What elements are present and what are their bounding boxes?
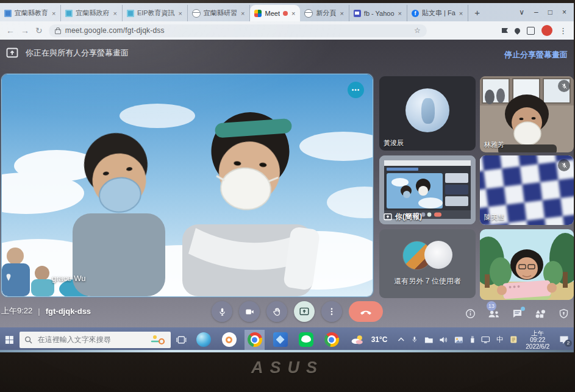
tab-yilan-education[interactable]: 宜蘭縣教育 × bbox=[0, 5, 61, 21]
pin-icon[interactable] bbox=[4, 273, 13, 282]
tab-close-icon[interactable]: × bbox=[398, 10, 402, 17]
ime-indicator[interactable]: 中 bbox=[496, 335, 504, 345]
more-users-label: 還有另外 7 位使用者 bbox=[394, 276, 460, 287]
weather-icon[interactable] bbox=[350, 334, 365, 345]
temperature-label[interactable]: 31°C bbox=[371, 335, 388, 344]
presentation-label-text: 你(簡報) bbox=[395, 212, 422, 222]
tab-close-icon[interactable]: × bbox=[240, 10, 245, 17]
laptop-screen: 宜蘭縣教育 × 宜蘭縣政府 × EIP教育資訊 × 宜蘭縣研習 × Meet bbox=[0, 3, 574, 350]
tray-folder-icon[interactable] bbox=[424, 336, 434, 344]
tab-label: 貼文串 | Fa bbox=[422, 9, 455, 18]
back-icon[interactable]: ← bbox=[6, 26, 15, 35]
present-screen-button[interactable] bbox=[294, 301, 315, 322]
tray-notepad-icon[interactable] bbox=[510, 335, 518, 344]
tab-favicon bbox=[4, 10, 12, 17]
sidepanel-icon[interactable] bbox=[502, 28, 508, 33]
more-participants-tile[interactable]: 還有另外 7 位使用者 bbox=[379, 229, 476, 298]
account-avatar[interactable] bbox=[541, 25, 552, 36]
forward-icon[interactable]: → bbox=[21, 26, 29, 35]
chrome-app-icon[interactable] bbox=[324, 332, 339, 347]
tab-yilan-workshop[interactable]: 宜蘭縣研習 × bbox=[188, 5, 250, 21]
tab-label: Meet bbox=[265, 10, 279, 17]
mic-muted-icon bbox=[558, 159, 570, 171]
tab-close-icon[interactable]: × bbox=[339, 10, 344, 17]
tray-picture-icon[interactable] bbox=[454, 336, 463, 344]
bookmark-star-icon[interactable]: ☆ bbox=[414, 26, 421, 35]
close-window-button[interactable]: × bbox=[562, 8, 566, 16]
participant-tile[interactable]: 陳美慧 bbox=[480, 155, 574, 225]
participant-name-label: 黃浚辰 bbox=[384, 138, 404, 148]
mic-button[interactable] bbox=[212, 301, 232, 322]
app-ring-icon[interactable] bbox=[221, 332, 237, 347]
profile-frame-icon[interactable] bbox=[527, 27, 535, 35]
host-controls-button[interactable] bbox=[559, 308, 569, 319]
stop-sharing-button[interactable]: 停止分享螢幕畫面 bbox=[504, 49, 568, 60]
address-bar[interactable]: meet.google.com/fgt-djqk-dss ☆ bbox=[49, 24, 427, 37]
chat-panel-button[interactable] bbox=[512, 308, 523, 319]
tab-favicon bbox=[127, 10, 134, 17]
meet-bottom-bar: 上午9:22 | fgt-djqk-dss bbox=[0, 296, 574, 327]
tab-close-icon[interactable]: × bbox=[178, 10, 183, 17]
camera-button[interactable] bbox=[239, 301, 260, 322]
tray-mic-icon[interactable] bbox=[411, 335, 418, 344]
tab-facebook-post[interactable]: f 貼文串 | Fa × bbox=[407, 5, 468, 21]
participant-name-label: 陳美慧 bbox=[484, 213, 504, 222]
tab-close-icon[interactable]: × bbox=[112, 10, 117, 17]
mic-muted-icon bbox=[558, 80, 570, 92]
clock-date: 2022/6/2 bbox=[524, 343, 552, 350]
activities-button[interactable] bbox=[535, 309, 546, 318]
search-input[interactable] bbox=[37, 335, 143, 344]
extensions-pin-icon[interactable] bbox=[513, 27, 521, 35]
tray-speaker-icon[interactable] bbox=[439, 336, 448, 344]
minimize-button[interactable]: – bbox=[534, 8, 538, 16]
maximize-button[interactable]: □ bbox=[548, 8, 552, 16]
tab-new-page[interactable]: 新分頁 × bbox=[300, 5, 349, 21]
browser-tab-bar: 宜蘭縣教育 × 宜蘭縣政府 × EIP教育資訊 × 宜蘭縣研習 × Meet bbox=[0, 3, 574, 21]
notification-center-button[interactable]: 2 bbox=[559, 335, 569, 344]
taskbar-apps bbox=[196, 332, 339, 347]
photos-app-icon[interactable] bbox=[273, 332, 288, 347]
tab-search-chevron-icon[interactable]: ∨ bbox=[519, 8, 524, 16]
clock-time: 上午 09:22 bbox=[524, 330, 552, 343]
main-video-tile[interactable]: grace Wu ••• bbox=[1, 74, 373, 297]
start-button-icon[interactable] bbox=[5, 335, 14, 344]
reload-icon[interactable]: ↻ bbox=[35, 26, 43, 35]
your-presentation-tile[interactable]: 你(簡報) bbox=[379, 155, 476, 224]
meeting-details-button[interactable] bbox=[465, 308, 476, 319]
participant-tile[interactable]: 林雅芳 bbox=[480, 76, 574, 152]
search-weather-widget-icon bbox=[150, 334, 166, 345]
monitor-photo: 宜蘭縣教育 × 宜蘭縣政府 × EIP教育資訊 × 宜蘭縣研習 × Meet bbox=[0, 0, 575, 392]
tray-usb-icon[interactable] bbox=[470, 335, 476, 344]
tab-fb-yahoo[interactable]: fb - Yahoo × bbox=[349, 5, 407, 21]
taskbar-search[interactable] bbox=[20, 332, 171, 348]
facebook-favicon: f bbox=[412, 10, 419, 17]
raise-hand-button[interactable] bbox=[266, 301, 287, 322]
new-tab-button[interactable]: + bbox=[468, 7, 486, 18]
tray-display-icon[interactable] bbox=[481, 336, 490, 344]
app-teal-icon[interactable] bbox=[196, 332, 211, 347]
tab-close-icon[interactable]: × bbox=[459, 10, 463, 17]
taskbar-clock[interactable]: 上午 09:22 2022/6/2 bbox=[524, 330, 552, 350]
meeting-panels: 13 bbox=[465, 308, 569, 319]
tab-yilan-government[interactable]: 宜蘭縣政府 × bbox=[61, 5, 122, 21]
task-view-icon[interactable] bbox=[176, 335, 187, 345]
participant-tile[interactable]: 黃浚辰 bbox=[379, 76, 476, 151]
line-app-icon[interactable] bbox=[298, 332, 313, 347]
browser-menu-icon[interactable]: ⋮ bbox=[559, 26, 568, 35]
chrome-app-active-icon[interactable] bbox=[247, 332, 262, 347]
participant-tile[interactable] bbox=[480, 229, 574, 300]
tab-label: 新分頁 bbox=[316, 9, 336, 18]
tab-close-icon[interactable]: × bbox=[51, 10, 56, 17]
tab-close-icon[interactable]: × bbox=[291, 10, 296, 17]
tile-more-options-button[interactable]: ••• bbox=[348, 82, 364, 98]
tab-eip[interactable]: EIP教育資訊 × bbox=[123, 5, 188, 21]
people-panel-button[interactable]: 13 bbox=[488, 309, 500, 319]
toolbar-icons: ⋮ bbox=[502, 25, 568, 36]
end-call-button[interactable] bbox=[349, 301, 383, 322]
participant-count-badge: 13 bbox=[487, 301, 496, 311]
tab-meet-active[interactable]: Meet × bbox=[250, 5, 300, 21]
tray-chevron-icon[interactable] bbox=[398, 337, 405, 343]
tab-favicon bbox=[65, 10, 73, 17]
tab-label: 宜蘭縣政府 bbox=[76, 9, 109, 18]
more-options-button[interactable] bbox=[321, 301, 342, 322]
